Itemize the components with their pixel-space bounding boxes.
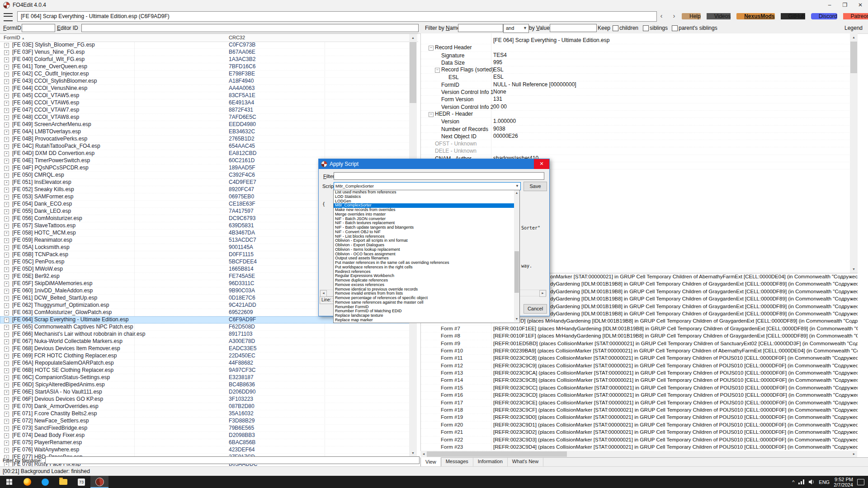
dialog-titlebar[interactable]: Apply Script ✕ [319, 159, 549, 169]
detail-row[interactable]: Signature TES4 [421, 52, 855, 59]
maximize-button[interactable]: ❐ [837, 0, 853, 10]
referenced-row[interactable]: Form #8 [REFR:0010F1EF] (places MrHandyG… [421, 333, 858, 340]
dialog-filter-input[interactable] [334, 172, 544, 180]
expand-icon[interactable] [4, 65, 9, 70]
script-option[interactable]: Oblivion - Items lookup replacement [334, 248, 514, 252]
script-option[interactable]: NIF - Convert OBJ to NIF [334, 230, 514, 235]
collapse-icon[interactable] [435, 68, 440, 73]
bottom-tab[interactable]: Messages [441, 458, 473, 467]
detail-row[interactable]: Version Control Info 1 None [421, 89, 855, 96]
keep-parents-siblings-checkbox[interactable] [672, 25, 678, 31]
plugin-row[interactable]: [FE 068] Devious Devices Item Remover.es… [0, 345, 409, 352]
plugin-row[interactable]: [FE 040] Colorful_Wit_FG.esp 1A3AC3B2 [0, 56, 409, 63]
plugin-row[interactable]: [FE 03E] Stylish_Bloomer_FG.esp C0FC973B [0, 42, 409, 49]
expand-icon[interactable] [4, 318, 9, 323]
expand-icon[interactable] [4, 433, 9, 438]
plugin-row[interactable]: [FE 06E] StartASIA - No Vault111.esp D20… [0, 389, 409, 396]
legend-button[interactable]: Legend [844, 23, 863, 33]
expand-icon[interactable] [4, 253, 9, 258]
referenced-row[interactable]: Form #13 [REFR:0023C9CA] (places Collisi… [421, 370, 858, 377]
expand-icon[interactable] [4, 332, 9, 337]
plugin-row[interactable]: [FE 06A] RepopulateSalemOARPatch.esp 44F… [0, 360, 409, 367]
external-link[interactable]: Patreon [843, 13, 868, 19]
detail-row[interactable]: Number of Records 9038 [421, 126, 855, 133]
expand-icon[interactable] [4, 108, 9, 113]
script-option[interactable]: M8r_ComplexSorter [334, 203, 514, 208]
script-option[interactable]: Remove excess references [334, 283, 514, 287]
external-link[interactable]: NexusMods [736, 13, 774, 19]
expand-icon[interactable] [4, 289, 9, 294]
referenced-row[interactable]: Form #20 [REFR:0023C9D1] (places Collisi… [421, 422, 858, 429]
active-plugin-tab[interactable]: [FE 064] Scrap Everything - Ultimate Edi… [17, 11, 657, 22]
plugin-row[interactable]: [FE 069] FCR HOTC Clothing Replacer.esp … [0, 352, 409, 360]
firefox-icon[interactable] [18, 476, 36, 488]
expand-icon[interactable] [4, 50, 9, 55]
detail-row[interactable]: Record Flags (sorted) ESL [421, 66, 855, 74]
scroll-right-icon[interactable]: ► [539, 290, 546, 297]
filter-name-input[interactable] [458, 24, 503, 32]
plugin-row[interactable]: [FE 04C] RutahTattooPack_FO4.esp 654AAC4… [0, 143, 409, 150]
expand-icon[interactable] [4, 144, 9, 149]
plugin-row[interactable]: [FE 04D] DXM DD Convertion.esp EA812CBD [0, 150, 409, 157]
scroll-up-icon[interactable]: ▲ [850, 33, 858, 41]
script-option[interactable]: Remove same references against the maste… [334, 300, 514, 305]
referenced-row[interactable]: Form #9 [REFR:001ED5BD] (places Collisio… [421, 340, 858, 347]
referenced-hscrollbar[interactable]: ◄ ► [420, 451, 857, 457]
plugin-row[interactable]: [FE 042] CC_Outfit_Injector.esp E798F3BE [0, 70, 409, 78]
detail-row[interactable]: Form Version 131 [421, 96, 855, 103]
menu-icon[interactable] [4, 13, 13, 21]
plugin-row[interactable]: [FE 046] CCOI_VTAW6.esp 6E4913A4 [0, 99, 409, 107]
referenced-row[interactable]: Form #21 [REFR:0023C9D2] (places Collisi… [421, 429, 858, 436]
notification-center-icon[interactable] [857, 479, 864, 485]
expand-icon[interactable] [4, 43, 9, 48]
detail-row[interactable]: Version Control Info 2 00 00 [421, 103, 855, 111]
script-option[interactable]: Oblivion - Export Dialogues [334, 243, 514, 248]
scroll-up-icon[interactable]: ▲ [409, 34, 417, 42]
plugin-row[interactable]: [FE 076] WaitAnywhere.esp 423DEF64 [0, 446, 409, 454]
referenced-row[interactable]: Form #22 [REFR:0023C9D3] (places Collisi… [421, 436, 858, 444]
plugin-row[interactable]: [FE 03F] Venus_Nine_FG.esp B67AA06E [0, 49, 409, 56]
script-option[interactable]: NIF - List blocks references [334, 235, 514, 239]
expand-icon[interactable] [4, 361, 9, 366]
expand-icon[interactable] [4, 419, 9, 424]
detail-row[interactable]: Data Size 995 [421, 59, 855, 66]
language-indicator[interactable]: ENG [819, 479, 830, 485]
script-option[interactable]: Remove invalid entries from from lists [334, 291, 514, 296]
folder-icon[interactable] [54, 476, 72, 488]
script-option[interactable]: LOD Statistics [334, 195, 514, 199]
expand-icon[interactable] [4, 79, 9, 84]
expand-icon[interactable] [4, 209, 9, 214]
expand-icon[interactable] [4, 130, 9, 135]
plugin-row[interactable]: [FE 070] Dank_ArmorOverrides.esp 087B2D8… [0, 403, 409, 410]
expand-icon[interactable] [4, 245, 9, 250]
expand-icon[interactable] [4, 282, 9, 286]
fo4edit-icon[interactable] [90, 476, 108, 488]
referenced-row[interactable]: Form #18 [REFR:0023C9CF] (places Collisi… [421, 407, 858, 414]
script-option[interactable]: Remove identical to previous override re… [334, 287, 514, 292]
expand-icon[interactable] [4, 224, 9, 229]
referenced-row[interactable]: Form #23 [REFR:0023C9D4] (places Collisi… [421, 444, 858, 451]
detail-row[interactable]: HEDR - Header [421, 111, 855, 118]
expand-icon[interactable] [4, 303, 9, 308]
dialog-close-button[interactable]: ✕ [534, 159, 549, 169]
expand-icon[interactable] [4, 448, 9, 453]
plugin-row[interactable]: [FE 04A] LMBTOverlays.esp EB34632C [0, 128, 409, 136]
script-option[interactable]: Renumber FormID of Matching EDID [334, 309, 514, 314]
bottom-tab[interactable]: Information [473, 458, 508, 467]
plugin-row[interactable]: [FE 071] F.core Chastity Belts2.esp 35A1… [0, 410, 409, 418]
save-button[interactable]: Save [524, 182, 547, 191]
plugin-row[interactable]: [FE 072] NewFace_Settlers.esp F3D88B29 [0, 418, 409, 425]
referenced-row[interactable]: Form #19 [REFR:0023C9D0] (places Collisi… [421, 414, 858, 421]
scrollbar-thumb[interactable] [427, 451, 567, 457]
plugin-row[interactable]: [FE 074] Dead Body Fixer.esp D2098BB3 [0, 432, 409, 439]
plugin-row[interactable]: [FE 06C] CompanionStatus-Settings.esp E3… [0, 374, 409, 381]
expand-icon[interactable] [4, 383, 9, 388]
expand-icon[interactable] [4, 310, 9, 315]
expand-icon[interactable] [4, 57, 9, 62]
script-option[interactable]: Regular Expressions Workbench [334, 274, 514, 278]
referenced-row[interactable]: Form #11 [REFR:0023C9C8] (places Collisi… [421, 355, 858, 362]
expand-icon[interactable] [4, 339, 9, 344]
expand-icon[interactable] [4, 72, 9, 77]
detail-row[interactable]: ESL ESL [421, 74, 855, 81]
expand-icon[interactable] [4, 195, 9, 200]
